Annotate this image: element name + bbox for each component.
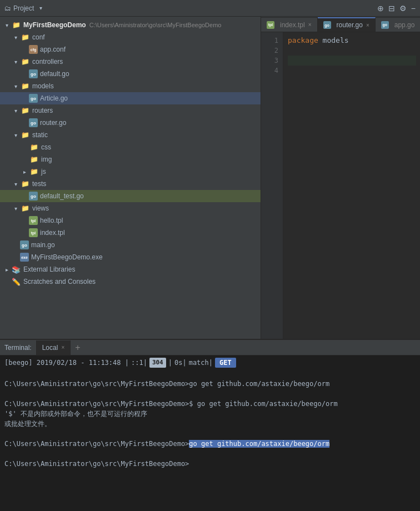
globe-icon[interactable]: ⊕ bbox=[377, 4, 384, 13]
articlego-icon bbox=[29, 94, 38, 103]
defaultgo-icon bbox=[29, 69, 38, 78]
minimize-icon[interactable]: − bbox=[411, 4, 416, 13]
routers-label: routers bbox=[32, 107, 53, 114]
tab-appgo[interactable]: app.go bbox=[376, 17, 420, 32]
line-num-4: 4 bbox=[263, 66, 278, 76]
tests-expand-icon bbox=[11, 181, 20, 187]
terminal-content[interactable]: [beego] 2019/02/18 - 11:13:48 | ::1| 304… bbox=[0, 355, 420, 511]
tab-appgo-icon bbox=[381, 21, 389, 29]
tree-file-articlego[interactable]: Article.go bbox=[0, 92, 261, 104]
terminal-line-8 bbox=[4, 449, 416, 459]
defaultgo-label: default.go bbox=[40, 70, 69, 78]
tree-file-routergo[interactable]: router.go bbox=[0, 117, 261, 129]
hellotpl-label: hello.tpl bbox=[40, 217, 63, 224]
terminal-line-1: C:\Users\Aministrator\go\src\MyFirstBeeg… bbox=[4, 379, 416, 389]
indextpl-label: index.tpl bbox=[40, 229, 65, 237]
split-icon[interactable]: ⊟ bbox=[388, 4, 395, 13]
tab-indextpl[interactable]: index.tpl × bbox=[261, 17, 318, 32]
conf-expand-icon bbox=[11, 34, 20, 41]
bottom-panel: Terminal: Local × + [beego] 2019/02/18 -… bbox=[0, 339, 420, 511]
appconf-icon bbox=[29, 45, 38, 54]
controllers-expand-icon bbox=[11, 59, 20, 65]
tree-file-indextpl[interactable]: index.tpl bbox=[0, 227, 261, 239]
terminal-tab-local-label: Local bbox=[42, 344, 58, 352]
tab-routergo-close[interactable]: × bbox=[366, 22, 369, 28]
tree-folder-views[interactable]: views bbox=[0, 202, 261, 214]
tree-root[interactable]: MyFirstBeegoDemo C:\Users\Aministrator\g… bbox=[0, 19, 261, 31]
terminal-tab-close[interactable]: × bbox=[61, 344, 64, 350]
tree-folder-conf[interactable]: conf bbox=[0, 31, 261, 43]
routergo-icon bbox=[29, 118, 38, 127]
tests-folder-icon bbox=[20, 179, 30, 189]
code-line-2 bbox=[288, 46, 416, 56]
tree-file-exe[interactable]: MyFirstBeegoDemo.exe bbox=[0, 251, 261, 263]
tab-routergo-label: router.go bbox=[337, 21, 363, 29]
tree-folder-css[interactable]: css bbox=[0, 141, 261, 153]
static-expand-icon bbox=[11, 132, 20, 138]
appconf-label: app.conf bbox=[40, 46, 66, 53]
tree-file-defaultgo[interactable]: default.go bbox=[0, 68, 261, 80]
terminal-tab-local[interactable]: Local × bbox=[36, 340, 71, 355]
tab-routergo[interactable]: router.go × bbox=[318, 17, 376, 32]
indextpl-icon bbox=[29, 228, 38, 237]
routers-folder-icon bbox=[20, 106, 30, 116]
root-folder-icon bbox=[11, 20, 21, 30]
terminal-line-0 bbox=[4, 369, 416, 379]
status-ip: ::1| bbox=[131, 358, 147, 368]
css-label: css bbox=[41, 143, 51, 151]
code-content[interactable]: package models bbox=[283, 32, 420, 339]
tree-folder-tests[interactable]: tests bbox=[0, 178, 261, 190]
code-line-3 bbox=[288, 56, 416, 66]
file-tree: MyFirstBeegoDemo C:\Users\Aministrator\g… bbox=[0, 17, 261, 339]
tree-folder-models[interactable]: models bbox=[0, 80, 261, 92]
maingo-icon bbox=[20, 241, 29, 249]
static-label: static bbox=[32, 131, 48, 139]
exe-label: MyFirstBeegoDemo.exe bbox=[31, 253, 103, 261]
line-num-3: 3 bbox=[263, 56, 278, 66]
tree-external-libs[interactable]: External Libraries bbox=[0, 263, 261, 275]
views-expand-icon bbox=[11, 206, 20, 212]
tree-scratches[interactable]: Scratches and Consoles bbox=[0, 275, 261, 288]
tree-file-maingo[interactable]: main.go bbox=[0, 239, 261, 251]
project-icon: 🗂 bbox=[4, 4, 11, 12]
terminal-line-3: C:\Users\Aministrator\go\src\MyFirstBeeg… bbox=[4, 399, 416, 409]
terminal-label: Terminal: bbox=[4, 344, 32, 352]
status-method-badge: GET bbox=[215, 358, 236, 368]
code-editor[interactable]: 1 2 3 4 package models bbox=[261, 32, 420, 339]
js-label: js bbox=[41, 168, 46, 176]
maingo-label: main.go bbox=[31, 241, 55, 249]
settings-icon[interactable]: ⚙ bbox=[399, 4, 407, 13]
tree-folder-img[interactable]: img bbox=[0, 153, 261, 166]
status-pipe: | bbox=[168, 358, 172, 368]
tree-folder-static[interactable]: static bbox=[0, 129, 261, 141]
views-folder-icon bbox=[20, 203, 30, 213]
exe-icon bbox=[20, 253, 29, 262]
terminal-tab-bar: Terminal: Local × + bbox=[0, 340, 420, 355]
static-folder-icon bbox=[20, 130, 30, 140]
tests-label: tests bbox=[32, 180, 46, 188]
tree-file-defaulttestgo[interactable]: default_test.go bbox=[0, 190, 261, 202]
routergo-label: router.go bbox=[40, 119, 66, 127]
line-num-2: 2 bbox=[263, 46, 278, 56]
extlibs-expand-icon bbox=[2, 267, 11, 273]
tree-folder-controllers[interactable]: controllers bbox=[0, 56, 261, 68]
terminal-line-4: '$' 不是内部或外部命令，也不是可运行的程序 bbox=[4, 409, 416, 419]
tree-folder-js[interactable]: js bbox=[0, 166, 261, 178]
js-expand-icon bbox=[20, 169, 29, 175]
tree-file-hellotpl[interactable]: hello.tpl bbox=[0, 214, 261, 227]
tree-folder-routers[interactable]: routers bbox=[0, 104, 261, 117]
models-label: models bbox=[32, 82, 54, 90]
terminal-add-button[interactable]: + bbox=[71, 343, 84, 353]
routers-expand-icon bbox=[11, 108, 20, 114]
models-expand-icon bbox=[11, 83, 20, 89]
project-dropdown-icon[interactable] bbox=[36, 5, 45, 11]
tree-file-appconf[interactable]: app.conf bbox=[0, 43, 261, 56]
scratches-label: Scratches and Consoles bbox=[23, 278, 96, 285]
terminal-line-5: 或批处理文件。 bbox=[4, 419, 416, 429]
articlego-label: Article.go bbox=[40, 94, 68, 102]
root-label: MyFirstBeegoDemo bbox=[23, 21, 86, 29]
tab-indextpl-close[interactable]: × bbox=[308, 22, 312, 28]
terminal-line-2 bbox=[4, 389, 416, 399]
tab-indextpl-label: index.tpl bbox=[280, 21, 305, 29]
code-line-1: package models bbox=[288, 36, 416, 46]
